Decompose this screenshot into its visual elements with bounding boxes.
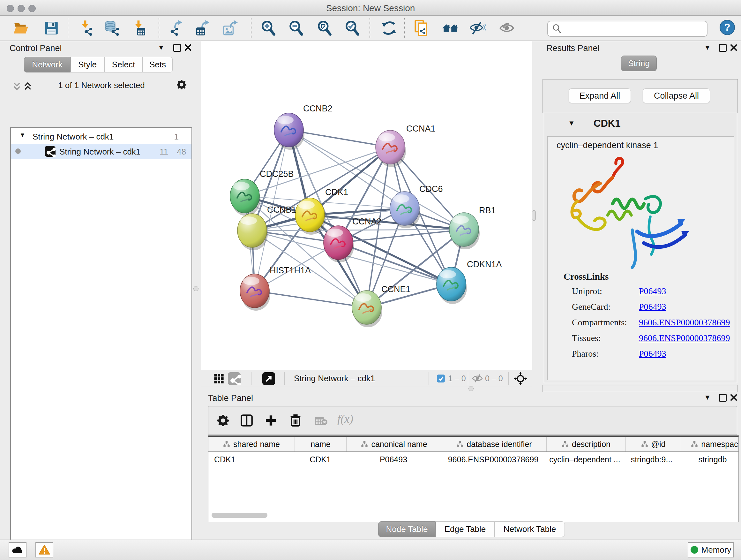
network-node-HIST1H1A[interactable] bbox=[240, 274, 270, 311]
crosslink-value[interactable]: 9606.ENSP00000378699 bbox=[639, 333, 730, 343]
network-graph[interactable]: CCNB2CCNA1CDC25BCDK1CDC6RB1CCNB1CCNA2CDK… bbox=[201, 41, 532, 370]
panel-float-icon[interactable] bbox=[719, 44, 727, 52]
grid-view-icon[interactable] bbox=[214, 374, 224, 384]
tab-style[interactable]: Style bbox=[71, 57, 105, 72]
expand-all-button[interactable]: Expand All bbox=[569, 88, 631, 103]
network-view-icon[interactable] bbox=[228, 372, 241, 385]
help-icon[interactable]: ? bbox=[719, 19, 735, 36]
table-cell[interactable]: stringdb bbox=[679, 452, 739, 467]
zoom-out-icon[interactable] bbox=[288, 20, 304, 36]
tab-select[interactable]: Select bbox=[105, 57, 143, 72]
panel-float-icon[interactable] bbox=[719, 394, 727, 401]
export-image-icon[interactable] bbox=[222, 20, 239, 36]
crosslink-value[interactable]: P06493 bbox=[639, 286, 666, 296]
network-node-CCNA1[interactable] bbox=[376, 130, 406, 167]
network-canvas[interactable]: CCNB2CCNA1CDC25BCDK1CDC6RB1CCNB1CCNA2CDK… bbox=[201, 41, 532, 370]
network-edge[interactable] bbox=[367, 147, 390, 307]
tab-network[interactable]: Network bbox=[24, 57, 71, 72]
copy-style-icon[interactable] bbox=[414, 20, 430, 36]
column-header-database-identifier[interactable]: database identifier bbox=[442, 437, 547, 451]
horizontal-splitter-handle[interactable] bbox=[468, 386, 474, 391]
column-header-namespac[interactable]: namespac bbox=[681, 437, 739, 451]
window-title: Session: New Session bbox=[0, 3, 741, 13]
export-table-icon[interactable] bbox=[195, 20, 211, 36]
search-input[interactable] bbox=[564, 22, 707, 36]
import-table-icon[interactable] bbox=[131, 20, 147, 36]
network-edge[interactable] bbox=[255, 291, 367, 307]
import-network-icon[interactable] bbox=[77, 20, 93, 36]
panel-close-icon[interactable] bbox=[185, 44, 192, 51]
network-edge[interactable] bbox=[252, 230, 464, 231]
column-header--id[interactable]: @id bbox=[626, 437, 681, 451]
cloud-services-button[interactable] bbox=[9, 542, 26, 557]
collapse-all-tree-icon[interactable] bbox=[23, 81, 32, 91]
tab-sets[interactable]: Sets bbox=[143, 57, 173, 72]
birds-eye-crosshair-icon[interactable] bbox=[514, 372, 527, 385]
panel-menu-icon[interactable]: ▼ bbox=[158, 44, 165, 52]
detach-view-icon[interactable] bbox=[262, 372, 275, 385]
tab-network-table[interactable]: Network Table bbox=[495, 521, 565, 537]
panel-close-icon[interactable] bbox=[730, 44, 737, 51]
panel-menu-icon[interactable]: ▼ bbox=[704, 393, 711, 401]
column-header-canonical-name[interactable]: canonical name bbox=[347, 437, 442, 451]
horizontal-scrollbar-thumb[interactable] bbox=[212, 513, 267, 518]
delete-column-icon[interactable] bbox=[289, 414, 301, 427]
network-node-CDC25B[interactable] bbox=[230, 179, 260, 216]
gene-expander-icon[interactable]: ▼ bbox=[568, 119, 575, 127]
import-network-from-database-icon[interactable] bbox=[104, 20, 120, 36]
column-header-description[interactable]: description bbox=[547, 437, 626, 451]
network-node-CCNA2[interactable] bbox=[324, 226, 354, 262]
tab-edge-table[interactable]: Edge Table bbox=[435, 521, 495, 537]
left-splitter-handle[interactable] bbox=[193, 286, 199, 291]
zoom-fit-icon[interactable] bbox=[317, 20, 333, 36]
right-splitter-handle[interactable] bbox=[532, 210, 536, 221]
tree-expander-icon[interactable]: ▼ bbox=[19, 132, 25, 138]
selected-checkbox-icon[interactable] bbox=[436, 374, 445, 383]
table-cell[interactable]: CDK1 bbox=[294, 452, 346, 467]
table-cell[interactable]: CDK1 bbox=[208, 452, 294, 467]
table-cell[interactable]: stringdb:9... bbox=[624, 452, 679, 467]
column-header-name[interactable]: name bbox=[295, 437, 347, 451]
network-edge[interactable] bbox=[338, 243, 451, 284]
zoom-in-icon[interactable] bbox=[260, 20, 276, 36]
title-bar: Session: New Session bbox=[0, 0, 741, 16]
network-edge-count: 48 bbox=[177, 147, 186, 157]
panel-float-icon[interactable] bbox=[173, 44, 181, 52]
crosslink-value[interactable]: 9606.ENSP00000378699 bbox=[639, 317, 730, 327]
warnings-button[interactable] bbox=[36, 542, 53, 557]
table-options-gear-icon[interactable] bbox=[217, 415, 229, 426]
table-cell[interactable]: 9606.ENSP00000378699 bbox=[441, 452, 545, 467]
table-cell[interactable]: cyclin–dependent ... bbox=[545, 452, 624, 467]
zoom-selected-icon[interactable] bbox=[344, 20, 360, 36]
expand-all-tree-icon[interactable] bbox=[12, 81, 22, 91]
open-session-icon[interactable] bbox=[13, 20, 29, 36]
memory-button[interactable]: Memory bbox=[688, 542, 734, 557]
table-cell[interactable]: P06493 bbox=[346, 452, 441, 467]
panel-close-icon[interactable] bbox=[730, 394, 737, 401]
network-node-RB1[interactable] bbox=[449, 212, 480, 249]
tab-node-table[interactable]: Node Table bbox=[378, 521, 435, 537]
table-row[interactable]: CDK1CDK1P064939606.ENSP00000378699cyclin… bbox=[208, 452, 738, 467]
show-all-icon[interactable] bbox=[499, 20, 515, 36]
hidden-eye-icon[interactable] bbox=[472, 374, 483, 382]
column-header-shared-name[interactable]: shared name bbox=[208, 437, 295, 451]
network-node-CCNE1[interactable] bbox=[352, 291, 382, 327]
network-options-gear-icon[interactable] bbox=[177, 80, 186, 89]
save-session-icon[interactable] bbox=[44, 20, 59, 36]
collapse-all-button[interactable]: Collapse All bbox=[643, 88, 710, 103]
network-node-CDKN1A[interactable] bbox=[436, 267, 467, 304]
panel-menu-icon[interactable]: ▼ bbox=[704, 44, 711, 52]
tab-string[interactable]: String bbox=[621, 56, 657, 71]
show-columns-icon[interactable] bbox=[240, 414, 253, 427]
export-network-icon[interactable] bbox=[169, 20, 185, 36]
network-row-selected[interactable]: String Network – cdk1 11 48 bbox=[11, 144, 192, 159]
crosslink-value[interactable]: P06493 bbox=[639, 302, 666, 312]
network-collection-row[interactable]: ▼ String Network – cdk1 1 bbox=[11, 129, 192, 144]
network-node-CCNB1[interactable] bbox=[238, 213, 268, 250]
crosslink-value[interactable]: P06493 bbox=[639, 349, 666, 359]
add-column-icon[interactable] bbox=[265, 414, 277, 427]
hide-selected-icon[interactable] bbox=[470, 20, 486, 36]
first-neighbors-icon[interactable] bbox=[441, 20, 459, 36]
network-edge[interactable] bbox=[338, 230, 464, 243]
refresh-icon[interactable] bbox=[381, 20, 397, 36]
